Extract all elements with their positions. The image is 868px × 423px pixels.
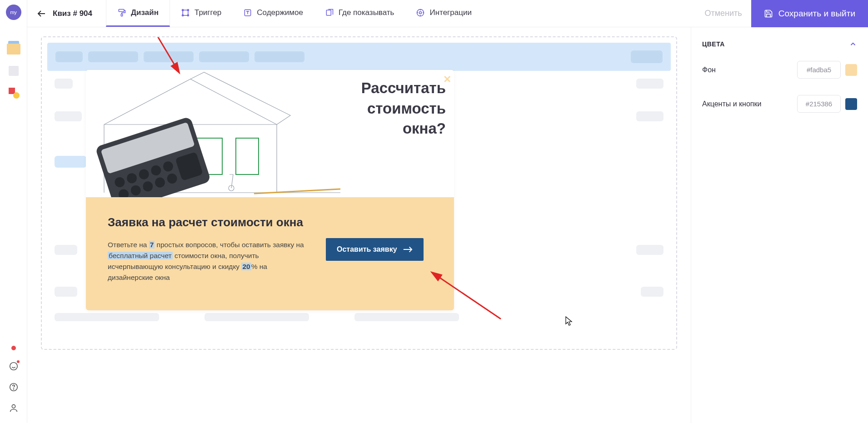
bg-color-input[interactable] <box>797 61 841 79</box>
panel-section-label: ЦВЕТА <box>702 40 725 48</box>
accent-color-input[interactable] <box>797 95 841 113</box>
svg-rect-6 <box>183 10 188 15</box>
canvas-area: Рассчитать стоимость окна? ✕ Заявка на р… <box>27 27 691 423</box>
tab-integrations[interactable]: Интеграции <box>405 0 483 27</box>
quiz-title-line1: Рассчитать <box>361 78 446 99</box>
svg-rect-5 <box>121 14 122 16</box>
preview-canvas: Рассчитать стоимость окна? ✕ Заявка на р… <box>41 36 677 350</box>
color-row-accent: Акценты и кнопки <box>702 95 857 113</box>
svg-point-3 <box>12 405 15 408</box>
integrations-icon <box>416 8 425 17</box>
save-button[interactable]: Сохранить и выйти <box>751 0 868 27</box>
chevron-up-icon <box>849 40 857 48</box>
arrow-left-icon <box>36 8 47 19</box>
accent-swatch[interactable] <box>845 98 857 110</box>
svg-point-2 <box>13 389 14 389</box>
left-rail: my <box>0 0 27 423</box>
quiz-preview-card: Рассчитать стоимость окна? ✕ Заявка на р… <box>86 70 454 310</box>
text-icon <box>243 8 252 17</box>
quiz-cta-label: Оставить заявку <box>337 245 397 254</box>
pages-icon <box>325 8 334 17</box>
accent-label: Акценты и кнопки <box>702 100 761 108</box>
rail-chat-icon[interactable] <box>9 361 19 373</box>
quiz-close-button[interactable]: ✕ <box>443 74 451 85</box>
svg-rect-12 <box>326 10 331 15</box>
bounding-icon <box>181 8 190 17</box>
tab-design[interactable]: Дизайн <box>106 0 170 27</box>
avatar[interactable]: my <box>6 5 21 20</box>
color-row-bg: Фон <box>702 61 857 79</box>
quiz-title-line2: стоимость <box>361 99 446 119</box>
svg-point-14 <box>419 12 422 14</box>
bg-label: Фон <box>702 66 716 74</box>
tab-trigger[interactable]: Триггер <box>170 0 232 27</box>
svg-rect-4 <box>119 10 124 12</box>
tab-content-label: Содержимое <box>257 8 303 17</box>
placeholder-header <box>47 43 671 71</box>
quiz-heading: Заявка на расчет стоимости окна <box>108 215 308 229</box>
tab-content[interactable]: Содержимое <box>232 0 314 27</box>
roller-icon <box>117 8 126 17</box>
save-label: Сохранить и выйти <box>778 9 855 19</box>
quiz-title-line3: окна? <box>361 119 446 139</box>
tab-integrations-label: Интеграции <box>429 8 472 17</box>
back-button[interactable]: Квиз # 904 <box>36 8 92 19</box>
rail-doc-icon[interactable] <box>6 64 21 78</box>
arrow-right-icon <box>403 246 413 253</box>
rail-alert-icon[interactable] <box>11 346 16 350</box>
svg-point-0 <box>10 363 17 370</box>
tab-trigger-label: Триггер <box>195 8 221 17</box>
tab-design-label: Дизайн <box>131 8 159 17</box>
rail-shapes-icon[interactable] <box>6 85 21 100</box>
tabs: Дизайн Триггер Содержимое Где показывать… <box>106 0 483 27</box>
panel-section-colors[interactable]: ЦВЕТА <box>702 40 857 48</box>
rail-help-icon[interactable] <box>9 382 19 394</box>
quiz-title-label: Квиз # 904 <box>53 9 92 18</box>
quiz-hero-title: Рассчитать стоимость окна? <box>361 78 446 139</box>
quiz-cta-button[interactable]: Оставить заявку <box>326 238 424 261</box>
side-panel: ЦВЕТА Фон Акценты и кнопки <box>691 27 868 423</box>
tab-where-label: Где показывать <box>339 8 394 17</box>
tab-where[interactable]: Где показывать <box>314 0 405 27</box>
cancel-button[interactable]: Отменить <box>704 9 742 18</box>
cursor-icon <box>565 316 574 328</box>
rail-box-icon[interactable] <box>6 42 21 56</box>
quiz-description: Ответьте на 7 простых вопросов, чтобы ос… <box>108 239 308 283</box>
bg-swatch[interactable] <box>845 64 857 76</box>
topbar: Квиз # 904 Дизайн Триггер Содержимое Гд <box>27 0 868 27</box>
save-icon <box>764 9 773 18</box>
rail-user-icon[interactable] <box>9 403 19 415</box>
